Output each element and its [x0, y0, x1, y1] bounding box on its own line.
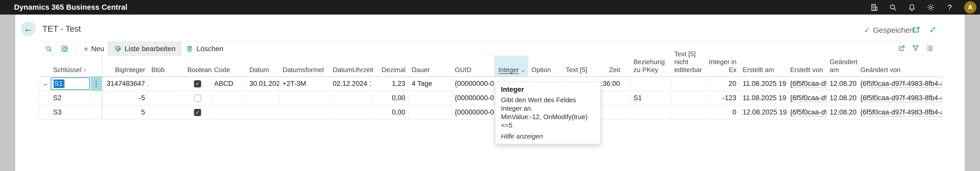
- checkbox-unchecked[interactable]: [194, 94, 201, 102]
- open-in-new-window-icon[interactable]: [913, 26, 920, 35]
- cell-beziehung-zu-pkey[interactable]: [630, 77, 671, 91]
- cell-geaendert-von[interactable]: {6f5f0caa-d97f-4983-8fb4-a4c91...: [857, 105, 942, 119]
- settings-gear-icon[interactable]: [926, 3, 935, 12]
- cell-guid[interactable]: {00000000-00 ...: [452, 77, 494, 91]
- cell-schluessel[interactable]: S2: [50, 91, 91, 105]
- cell-datum[interactable]: [246, 105, 280, 119]
- column-header-geaendert-am[interactable]: Geändert am: [827, 56, 857, 77]
- column-header-text5-nicht-editierbar[interactable]: Text [5] nicht editierbar: [671, 56, 706, 77]
- cell-zeit[interactable]: [597, 105, 630, 119]
- cell-boolean[interactable]: [184, 91, 211, 105]
- cell-boolean[interactable]: ✓: [184, 105, 211, 119]
- column-header-datumuhrzeit[interactable]: DatumUhrzeit: [330, 56, 371, 77]
- column-header-code[interactable]: Code: [211, 56, 246, 77]
- cell-geaendert-am[interactable]: 12.08.202...: [827, 91, 857, 105]
- cell-datumuhrzeit[interactable]: [330, 91, 371, 105]
- cell-code[interactable]: [211, 105, 246, 119]
- column-header-erstellt-am[interactable]: Erstellt am: [740, 56, 787, 77]
- cell-dauer[interactable]: [409, 91, 452, 105]
- column-header-zeit[interactable]: Zeit: [597, 56, 630, 77]
- cell-beziehung-zu-pkey[interactable]: S1: [630, 91, 671, 105]
- cell-zeit[interactable]: :36:00: [597, 77, 630, 91]
- cell-biginteger[interactable]: -5: [102, 91, 148, 105]
- cell-erstellt-am[interactable]: 12.08.2025 19:20: [740, 105, 787, 119]
- inline-edit-input[interactable]: S1: [51, 77, 90, 90]
- search-icon[interactable]: [889, 3, 897, 12]
- analyze-icon[interactable]: [61, 45, 68, 53]
- cell-dauer[interactable]: [409, 105, 452, 119]
- column-header-option[interactable]: Option: [528, 56, 563, 77]
- row-menu-cell[interactable]: [91, 105, 102, 119]
- cell-guid[interactable]: {00000000-00...: [452, 91, 494, 105]
- column-header-guid[interactable]: GUID: [452, 56, 494, 77]
- app-title[interactable]: Dynamics 365 Business Central: [14, 3, 127, 11]
- column-header-boolean[interactable]: Boolean: [184, 56, 211, 77]
- share-icon[interactable]: [898, 45, 905, 53]
- cell-dezimal[interactable]: 0,00: [371, 105, 409, 119]
- cell-datum[interactable]: 30.01.2025: [246, 77, 280, 91]
- edit-list-button[interactable]: Liste bearbeiten: [108, 42, 181, 56]
- column-header-schluessel[interactable]: Schlüssel ↑: [50, 56, 91, 77]
- column-header-datumsformel[interactable]: Datumsformel: [280, 56, 330, 77]
- cell-datumsformel[interactable]: +2T-3M: [280, 77, 330, 91]
- cell-text5-nicht-editierbar[interactable]: [671, 91, 706, 105]
- list-view-icon[interactable]: [926, 45, 933, 53]
- new-button[interactable]: + Neu: [83, 45, 104, 53]
- cell-datum[interactable]: [246, 91, 280, 105]
- cell-beziehung-zu-pkey[interactable]: [630, 105, 671, 119]
- company-icon[interactable]: [870, 3, 878, 12]
- cell-integer-in-ex[interactable]: 20: [706, 77, 740, 91]
- cell-dauer[interactable]: 4 Tage: [409, 77, 452, 91]
- cell-zeit[interactable]: [597, 91, 630, 105]
- cell-biginteger[interactable]: 5: [102, 105, 148, 119]
- list-search-icon[interactable]: [45, 45, 52, 53]
- column-header-dezimal[interactable]: Dezimal: [371, 56, 409, 77]
- column-header-beziehung-zu-pkey[interactable]: Beziehung zu PKey: [630, 56, 671, 77]
- cell-erstellt-von[interactable]: {6f5f0caa-d9...: [787, 105, 827, 119]
- cell-schluessel[interactable]: S3: [50, 105, 91, 119]
- cell-datumuhrzeit[interactable]: 02.12.2024 1 ...: [330, 77, 371, 91]
- column-header-text5[interactable]: Text [5]: [563, 56, 597, 77]
- cell-dezimal[interactable]: 0,00: [371, 91, 409, 105]
- column-header-datum[interactable]: Datum: [246, 56, 280, 77]
- notifications-bell-icon[interactable]: [907, 3, 916, 12]
- column-header-blob[interactable]: Blob: [148, 56, 184, 77]
- row-menu-button[interactable]: ⋮: [91, 77, 102, 91]
- column-header-integer-highlighted[interactable]: Integer ⌄: [494, 56, 528, 77]
- cell-guid[interactable]: {00000000-00...: [452, 105, 494, 119]
- column-header-erstellt-von[interactable]: Erstellt von: [787, 56, 827, 77]
- cell-text5-nicht-editierbar[interactable]: [671, 77, 706, 91]
- cell-dezimal[interactable]: 1,23: [371, 77, 409, 91]
- checkbox-checked[interactable]: ✓: [194, 109, 201, 116]
- cell-datumsformel[interactable]: [280, 91, 330, 105]
- collapse-icon[interactable]: [929, 26, 937, 35]
- column-header-integer-in-ex[interactable]: Integer in Ex: [706, 56, 740, 77]
- cell-datumsformel[interactable]: [280, 105, 330, 119]
- cell-text5-nicht-editierbar[interactable]: [671, 105, 706, 119]
- cell-erstellt-am[interactable]: 11.08.2025 19:11: [740, 91, 787, 105]
- cell-code[interactable]: ABCD: [211, 77, 246, 91]
- delete-button[interactable]: Löschen: [186, 45, 224, 53]
- column-header-biginteger[interactable]: BigInteger: [102, 56, 148, 77]
- cell-geaendert-von[interactable]: {6f5f0caa-d97f-4983-8fb4-a4c91...: [857, 77, 942, 91]
- cell-blob[interactable]: [148, 91, 184, 105]
- cell-blob[interactable]: [148, 105, 184, 119]
- cell-boolean[interactable]: ✓: [184, 77, 211, 91]
- cell-biginteger[interactable]: 3147483647: [102, 77, 148, 91]
- cell-blob[interactable]: [148, 77, 184, 91]
- cell-geaendert-am[interactable]: 12.08.202...: [827, 77, 857, 91]
- cell-integer-in-ex[interactable]: 0: [706, 105, 740, 119]
- cell-erstellt-am[interactable]: 11.08.2025 19:06: [740, 77, 787, 91]
- row-menu-cell[interactable]: [91, 91, 102, 105]
- filter-icon[interactable]: [912, 45, 919, 53]
- column-header-geaendert-von[interactable]: Geändert von: [857, 56, 942, 77]
- cell-schluessel-editing[interactable]: S1: [50, 77, 91, 91]
- cell-code[interactable]: [211, 91, 246, 105]
- cell-datumuhrzeit[interactable]: [330, 105, 371, 119]
- cell-erstellt-von[interactable]: {6f5f0caa-d9...: [787, 91, 827, 105]
- checkbox-checked[interactable]: ✓: [194, 80, 201, 88]
- cell-erstellt-von[interactable]: {6f5f0caa-d9...: [787, 77, 827, 91]
- cell-geaendert-am[interactable]: 12.08.202...: [827, 105, 857, 119]
- column-header-dauer[interactable]: Dauer: [409, 56, 452, 77]
- help-icon[interactable]: ?: [945, 3, 954, 12]
